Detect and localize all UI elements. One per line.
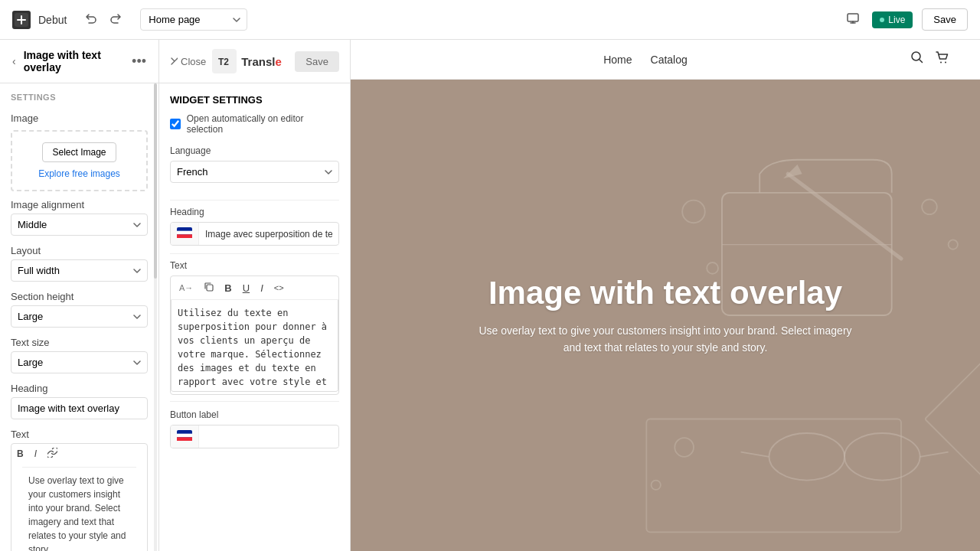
layout-label: Layout (11, 245, 148, 259)
layout-field: Layout Full width Fixed width (0, 240, 158, 286)
hero-subtitle: Use overlay text to give your customers … (474, 322, 857, 357)
device-icons (843, 8, 863, 31)
language-label: Language (170, 145, 339, 156)
open-auto-row: Open automatically on editor selection (170, 113, 339, 135)
text-editor[interactable]: Use overlay text to give your customers … (22, 467, 136, 551)
nav-home-link[interactable]: Home (603, 54, 632, 66)
text-field: Text B I Use overlay text to give your c… (0, 424, 158, 551)
left-panel-scrollbar-thumb (154, 83, 157, 279)
middle-text-toolbar: A→ B U I <> (171, 276, 338, 300)
text-link-button[interactable] (44, 445, 61, 462)
text-translation-label: Text (170, 260, 339, 271)
store-nav-links: Home Catalog (603, 54, 688, 66)
svg-point-13 (945, 62, 946, 64)
section-divider-2 (170, 253, 339, 254)
topbar-logo (12, 11, 31, 29)
layout-select[interactable]: Full width Fixed width (11, 259, 148, 282)
store-nav-icons (910, 50, 949, 69)
store-nav: Home Catalog (351, 40, 980, 80)
select-image-button[interactable]: Select Image (42, 142, 116, 162)
hero-section: Image with text overlay Use overlay text… (351, 80, 980, 551)
section-divider-3 (170, 401, 339, 402)
heading-translate-input[interactable] (199, 224, 338, 244)
store-name: Debut (38, 14, 67, 26)
close-button[interactable]: Close (170, 56, 206, 67)
svg-text:T2: T2 (218, 57, 229, 67)
live-label: Live (888, 15, 905, 25)
image-alignment-select[interactable]: Left Middle Right (11, 214, 148, 236)
image-placeholder: Select Image Explore free images (11, 130, 148, 191)
panel-header: ‹ Image with text overlay ••• (0, 40, 158, 83)
middle-save-button[interactable]: Save (295, 51, 339, 72)
copy-button[interactable] (200, 279, 217, 296)
svg-point-36 (652, 481, 661, 490)
svg-rect-32 (925, 339, 980, 499)
heading-input[interactable] (11, 397, 148, 419)
heading-field: Heading (0, 378, 158, 424)
text-field-label: Text (11, 429, 148, 443)
left-panel: ‹ Image with text overlay ••• SETTINGS I… (0, 40, 159, 551)
text-translate-textarea[interactable]: Utilisez du texte en superposition pour … (171, 300, 338, 392)
cart-icon[interactable] (934, 50, 949, 69)
heading-label: Heading (11, 383, 148, 397)
svg-point-26 (844, 433, 920, 481)
page-selector[interactable]: Home page About Contact Blog (140, 8, 247, 31)
svg-rect-10 (177, 437, 192, 441)
desktop-view-button[interactable] (843, 8, 863, 31)
svg-point-16 (682, 201, 705, 223)
text-size-field: Text size Small Medium Large (0, 332, 158, 378)
text-size-select[interactable]: Small Medium Large (11, 351, 148, 373)
translm-highlight: e (275, 55, 281, 68)
settings-section-title: SETTINGS (0, 83, 158, 106)
open-auto-label: Open automatically on editor selection (187, 113, 339, 135)
translate-icon-button[interactable]: A→ (175, 281, 197, 295)
heading-translation-label: Heading (170, 207, 339, 217)
button-label-translate-input[interactable] (199, 427, 338, 447)
section-height-label: Section height (11, 291, 148, 305)
close-label: Close (181, 56, 206, 67)
middle-panel-header: Close T2 Transle Save (159, 40, 350, 83)
hero-content: Image with text overlay Use overlay text… (459, 259, 872, 372)
search-icon[interactable] (910, 50, 925, 69)
save-button[interactable]: Save (922, 8, 968, 31)
panel-back-button[interactable]: ‹ (11, 54, 18, 69)
live-dot (880, 18, 884, 22)
main-layout: ‹ Image with text overlay ••• SETTINGS I… (0, 40, 980, 551)
translm-logo: T2 Transle (212, 49, 282, 73)
svg-point-11 (912, 52, 920, 60)
image-alignment-label: Image alignment (11, 199, 148, 214)
middle-panel: Close T2 Transle Save WIDGET SETTINGS Op… (159, 40, 351, 551)
btn-label-section: Button label (170, 409, 339, 448)
svg-point-18 (949, 240, 958, 249)
text-bold-button[interactable]: B (13, 445, 28, 462)
page-select[interactable]: Home page About Contact Blog (140, 8, 247, 31)
left-panel-scrollbar[interactable] (154, 83, 157, 551)
code-button[interactable]: <> (270, 281, 288, 295)
section-height-field: Section height Small Medium Large Adapt … (0, 286, 158, 332)
heading-flag (171, 223, 199, 245)
svg-rect-5 (177, 231, 192, 235)
panel-more-button[interactable]: ••• (130, 52, 148, 71)
open-auto-checkbox[interactable] (170, 119, 181, 129)
redo-button[interactable] (105, 9, 126, 31)
live-badge: Live (872, 11, 913, 28)
preview-frame: Home Catalog (351, 40, 980, 551)
middle-content: WIDGET SETTINGS Open automatically on ed… (159, 83, 350, 551)
section-height-select[interactable]: Small Medium Large Adapt to first image (11, 305, 148, 328)
bold-button[interactable]: B (220, 280, 235, 296)
preview-area: Home Catalog (351, 40, 980, 551)
explore-free-images-link[interactable]: Explore free images (38, 168, 120, 179)
hero-title: Image with text overlay (474, 275, 857, 311)
topbar-left: Debut Home page About Contact Blog (12, 8, 247, 31)
nav-catalog-link[interactable]: Catalog (651, 54, 688, 66)
svg-line-29 (920, 452, 949, 457)
language-select[interactable]: French German Spanish Italian Japanese (170, 161, 339, 183)
svg-point-12 (940, 62, 942, 64)
italic-text-button[interactable]: I (256, 280, 267, 296)
panel-title: Image with text overlay (24, 49, 124, 73)
undo-button[interactable] (80, 9, 102, 31)
undo-redo-group (80, 9, 126, 31)
heading-translate-row (170, 222, 339, 246)
underline-button[interactable]: U (239, 280, 253, 296)
text-italic-button[interactable]: I (31, 445, 41, 462)
